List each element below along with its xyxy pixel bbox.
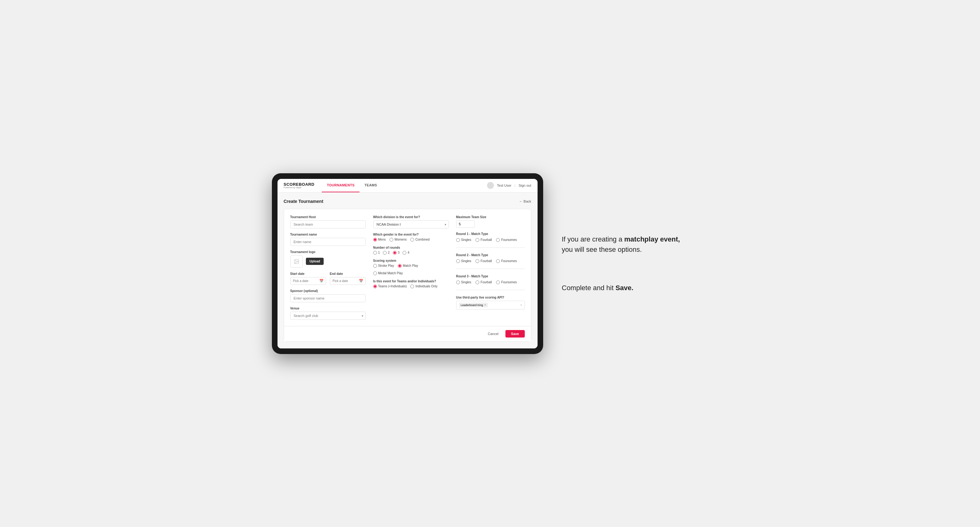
upload-button[interactable]: Upload <box>306 258 324 265</box>
round3-fourball-radio[interactable] <box>476 281 479 284</box>
round3-fourball-label: Fourball <box>480 281 492 284</box>
round2-fourball-radio[interactable] <box>476 259 479 263</box>
rounds-2-radio[interactable] <box>383 251 387 255</box>
tournament-name-input[interactable] <box>290 238 366 246</box>
gender-mens-radio[interactable] <box>373 238 377 241</box>
page-title: Create Tournament <box>284 199 323 204</box>
round2-singles[interactable]: Singles <box>456 259 471 263</box>
gender-radio-group: Mens Womens Combined <box>373 238 449 241</box>
scoring-match[interactable]: Match Play <box>398 264 418 268</box>
round-1[interactable]: 1 <box>373 251 380 255</box>
annotation-top-text2: you will see these options. <box>562 246 642 253</box>
round1-singles-radio[interactable] <box>456 238 460 242</box>
teams-individuals-label: Individuals Only <box>415 284 438 288</box>
rounds-label: Number of rounds <box>373 246 449 249</box>
round3-singles[interactable]: Singles <box>456 281 471 284</box>
division-select-wrapper: NCAA Division I <box>373 220 449 229</box>
start-date-label: Start date <box>290 272 326 276</box>
tablet-frame: SCOREBOARD Powered by clippit TOURNAMENT… <box>272 173 543 354</box>
sponsor-input[interactable] <box>290 294 366 302</box>
rounds-4-radio[interactable] <box>402 251 406 255</box>
third-party-input[interactable]: Leaderboard King × ▾ <box>456 301 525 310</box>
round-2[interactable]: 2 <box>383 251 390 255</box>
round-3[interactable]: 3 <box>393 251 400 255</box>
end-date-wrapper: 📅 <box>330 277 366 285</box>
round1-fourball[interactable]: Fourball <box>476 238 492 242</box>
teams-individuals[interactable]: Individuals Only <box>410 284 438 288</box>
sponsor-label: Sponsor (optional) <box>290 289 366 293</box>
tab-teams[interactable]: TEAMS <box>360 179 382 193</box>
content-area: Create Tournament ← Back Tournament Host <box>277 193 538 348</box>
round1-singles[interactable]: Singles <box>456 238 471 242</box>
tag-close-icon[interactable]: × <box>484 303 486 307</box>
round2-foursomes-label: Foursomes <box>501 259 517 263</box>
tournament-host-group: Tournament Host <box>290 215 366 229</box>
gender-combined-label: Combined <box>415 238 430 241</box>
rounds-1-radio[interactable] <box>373 251 377 255</box>
round2-fourball-label: Fourball <box>480 259 492 263</box>
venue-input[interactable] <box>290 312 366 320</box>
gender-womens[interactable]: Womens <box>390 238 407 241</box>
tablet-screen: SCOREBOARD Powered by clippit TOURNAMENT… <box>277 179 538 348</box>
third-party-label: Use third-party live scoring API? <box>456 296 525 299</box>
division-select[interactable]: NCAA Division I <box>373 220 449 229</box>
gender-label: Which gender is the event for? <box>373 233 449 236</box>
svg-point-1 <box>295 260 296 261</box>
scoring-stroke-radio[interactable] <box>373 264 377 268</box>
round-4[interactable]: 4 <box>402 251 409 255</box>
round1-label: Round 1 - Match Type <box>456 232 525 236</box>
round3-fourball[interactable]: Fourball <box>476 281 492 284</box>
teams-teams-radio[interactable] <box>373 284 377 288</box>
form-body: Tournament Host Tournament name Tourname… <box>284 209 531 326</box>
gender-mens[interactable]: Mens <box>373 238 386 241</box>
tournament-host-input[interactable] <box>290 220 366 229</box>
back-link[interactable]: ← Back <box>519 200 531 203</box>
gender-womens-label: Womens <box>395 238 407 241</box>
rounds-3-radio[interactable] <box>393 251 397 255</box>
round2-foursomes[interactable]: Foursomes <box>496 259 517 263</box>
nav-tabs: TOURNAMENTS TEAMS <box>322 179 487 193</box>
logo-placeholder <box>290 255 303 268</box>
scoring-medal[interactable]: Medal Match Play <box>373 271 403 275</box>
tournament-logo-group: Tournament logo <box>290 250 366 268</box>
scoring-match-radio[interactable] <box>398 264 402 268</box>
annotation-top-text: If you are creating a <box>562 235 625 243</box>
round2-singles-radio[interactable] <box>456 259 460 263</box>
save-button[interactable]: Save <box>506 330 525 338</box>
round3-options: Singles Fourball Foursomes <box>456 281 525 284</box>
divider-3 <box>456 290 525 290</box>
gender-combined-radio[interactable] <box>410 238 414 241</box>
teams-teams[interactable]: Teams (+Individuals) <box>373 284 407 288</box>
round2-fourball[interactable]: Fourball <box>476 259 492 263</box>
tournament-name-group: Tournament name <box>290 233 366 246</box>
rounds-group: Number of rounds 1 2 <box>373 246 449 255</box>
logo-main: SCOREBOARD <box>284 182 315 186</box>
cancel-button[interactable]: Cancel <box>484 330 502 338</box>
round3-foursomes-radio[interactable] <box>496 281 500 284</box>
round1-foursomes-radio[interactable] <box>496 238 500 242</box>
end-date-group: End date 📅 <box>330 272 366 285</box>
rounds-2-label: 2 <box>388 251 390 254</box>
gender-womens-radio[interactable] <box>390 238 393 241</box>
logo-sub: Powered by clippit <box>284 186 315 189</box>
page-header: Create Tournament ← Back <box>284 199 531 204</box>
gender-combined[interactable]: Combined <box>410 238 430 241</box>
annotation-top: If you are creating a matchplay event, y… <box>562 234 680 255</box>
tab-tournaments[interactable]: TOURNAMENTS <box>322 179 360 193</box>
teams-group: Is this event for Teams and/or Individua… <box>373 279 449 288</box>
round3-foursomes[interactable]: Foursomes <box>496 281 517 284</box>
sign-out-link[interactable]: Sign out <box>519 184 531 187</box>
round3-singles-radio[interactable] <box>456 281 460 284</box>
max-team-input[interactable] <box>456 220 475 228</box>
round2-foursomes-radio[interactable] <box>496 259 500 263</box>
scoring-medal-radio[interactable] <box>373 271 377 275</box>
scoring-stroke[interactable]: Stroke Play <box>373 264 394 268</box>
gender-mens-label: Mens <box>378 238 386 241</box>
max-team-label: Maximum Team Size <box>456 215 525 219</box>
max-team-group: Maximum Team Size <box>456 215 525 228</box>
round1-fourball-radio[interactable] <box>476 238 479 242</box>
teams-individuals-radio[interactable] <box>410 284 414 288</box>
annotation-top-bold: matchplay event, <box>624 235 680 243</box>
round1-foursomes[interactable]: Foursomes <box>496 238 517 242</box>
division-group: Which division is the event for? NCAA Di… <box>373 215 449 229</box>
